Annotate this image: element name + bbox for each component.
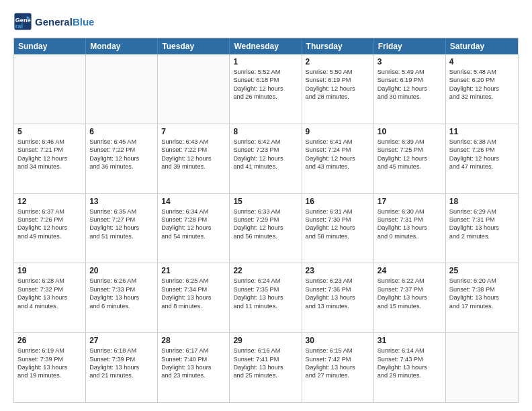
calendar-row-2: 12Sunrise: 6:37 AM Sunset: 7:26 PM Dayli… bbox=[14, 193, 518, 263]
day-number: 19 bbox=[17, 266, 82, 275]
day-number: 16 bbox=[306, 197, 370, 206]
day-info: Sunrise: 6:31 AM Sunset: 7:30 PM Dayligh… bbox=[306, 208, 370, 241]
logo-icon: Gene ral bbox=[13, 12, 32, 31]
day-info: Sunrise: 6:45 AM Sunset: 7:22 PM Dayligh… bbox=[89, 138, 154, 171]
day-number: 7 bbox=[161, 127, 226, 136]
day-cell-25: 25Sunrise: 6:20 AM Sunset: 7:38 PM Dayli… bbox=[446, 263, 518, 332]
day-number: 8 bbox=[233, 127, 298, 136]
day-info: Sunrise: 5:48 AM Sunset: 6:20 PM Dayligh… bbox=[449, 68, 515, 101]
day-info: Sunrise: 6:18 AM Sunset: 7:39 PM Dayligh… bbox=[89, 347, 154, 380]
day-info: Sunrise: 6:38 AM Sunset: 7:26 PM Dayligh… bbox=[449, 138, 515, 171]
day-cell-1: 1Sunrise: 5:52 AM Sunset: 6:18 PM Daylig… bbox=[230, 54, 302, 124]
day-info: Sunrise: 5:52 AM Sunset: 6:18 PM Dayligh… bbox=[233, 68, 298, 101]
day-number: 10 bbox=[378, 127, 442, 136]
day-number: 22 bbox=[233, 266, 298, 275]
day-cell-16: 16Sunrise: 6:31 AM Sunset: 7:30 PM Dayli… bbox=[302, 194, 374, 263]
day-number: 17 bbox=[378, 197, 442, 206]
day-number: 2 bbox=[306, 57, 370, 66]
header: Gene ral GeneralBlue bbox=[13, 12, 519, 31]
day-info: Sunrise: 5:49 AM Sunset: 6:19 PM Dayligh… bbox=[378, 68, 442, 101]
calendar-row-0: 1Sunrise: 5:52 AM Sunset: 6:18 PM Daylig… bbox=[14, 54, 518, 124]
day-number: 9 bbox=[306, 127, 370, 136]
empty-cell-4-6 bbox=[446, 333, 518, 402]
day-info: Sunrise: 6:28 AM Sunset: 7:32 PM Dayligh… bbox=[17, 277, 82, 310]
day-info: Sunrise: 6:15 AM Sunset: 7:42 PM Dayligh… bbox=[306, 347, 370, 380]
day-number: 20 bbox=[89, 266, 154, 275]
day-cell-24: 24Sunrise: 6:22 AM Sunset: 7:37 PM Dayli… bbox=[374, 263, 446, 332]
day-cell-31: 31Sunrise: 6:14 AM Sunset: 7:43 PM Dayli… bbox=[374, 333, 446, 402]
day-info: Sunrise: 6:42 AM Sunset: 7:23 PM Dayligh… bbox=[233, 138, 298, 171]
day-cell-21: 21Sunrise: 6:25 AM Sunset: 7:34 PM Dayli… bbox=[158, 263, 230, 332]
calendar: SundayMondayTuesdayWednesdayThursdayFrid… bbox=[13, 38, 519, 403]
day-cell-11: 11Sunrise: 6:38 AM Sunset: 7:26 PM Dayli… bbox=[446, 124, 518, 193]
page: Gene ral GeneralBlue SundayMondayTuesday… bbox=[0, 0, 532, 411]
empty-cell-0-2 bbox=[158, 54, 230, 124]
day-cell-2: 2Sunrise: 5:50 AM Sunset: 6:19 PM Daylig… bbox=[302, 54, 374, 124]
day-info: Sunrise: 6:33 AM Sunset: 7:29 PM Dayligh… bbox=[233, 208, 298, 241]
day-info: Sunrise: 6:20 AM Sunset: 7:38 PM Dayligh… bbox=[449, 277, 515, 310]
day-info: Sunrise: 6:46 AM Sunset: 7:21 PM Dayligh… bbox=[17, 138, 82, 171]
weekday-header-wednesday: Wednesday bbox=[230, 38, 302, 54]
weekday-header-tuesday: Tuesday bbox=[158, 38, 230, 54]
day-number: 3 bbox=[378, 57, 442, 66]
day-info: Sunrise: 6:14 AM Sunset: 7:43 PM Dayligh… bbox=[378, 347, 442, 380]
day-cell-5: 5Sunrise: 6:46 AM Sunset: 7:21 PM Daylig… bbox=[14, 124, 86, 193]
day-cell-12: 12Sunrise: 6:37 AM Sunset: 7:26 PM Dayli… bbox=[14, 194, 86, 263]
day-number: 1 bbox=[233, 57, 298, 66]
weekday-header-sunday: Sunday bbox=[14, 38, 86, 54]
day-info: Sunrise: 6:23 AM Sunset: 7:36 PM Dayligh… bbox=[306, 277, 370, 310]
day-number: 6 bbox=[89, 127, 154, 136]
day-cell-4: 4Sunrise: 5:48 AM Sunset: 6:20 PM Daylig… bbox=[446, 54, 518, 124]
day-number: 28 bbox=[161, 336, 226, 345]
day-cell-26: 26Sunrise: 6:19 AM Sunset: 7:39 PM Dayli… bbox=[14, 333, 86, 402]
calendar-body: 1Sunrise: 5:52 AM Sunset: 6:18 PM Daylig… bbox=[14, 54, 518, 402]
day-cell-17: 17Sunrise: 6:30 AM Sunset: 7:31 PM Dayli… bbox=[374, 194, 446, 263]
day-info: Sunrise: 6:17 AM Sunset: 7:40 PM Dayligh… bbox=[161, 347, 226, 380]
day-number: 15 bbox=[233, 197, 298, 206]
day-number: 21 bbox=[161, 266, 226, 275]
day-info: Sunrise: 6:34 AM Sunset: 7:28 PM Dayligh… bbox=[161, 208, 226, 241]
day-info: Sunrise: 5:50 AM Sunset: 6:19 PM Dayligh… bbox=[306, 68, 370, 101]
logo-text: GeneralBlue bbox=[35, 16, 94, 28]
day-info: Sunrise: 6:37 AM Sunset: 7:26 PM Dayligh… bbox=[17, 208, 82, 241]
day-cell-10: 10Sunrise: 6:39 AM Sunset: 7:25 PM Dayli… bbox=[374, 124, 446, 193]
calendar-row-3: 19Sunrise: 6:28 AM Sunset: 7:32 PM Dayli… bbox=[14, 263, 518, 332]
day-number: 29 bbox=[233, 336, 298, 345]
calendar-row-1: 5Sunrise: 6:46 AM Sunset: 7:21 PM Daylig… bbox=[14, 124, 518, 193]
day-cell-13: 13Sunrise: 6:35 AM Sunset: 7:27 PM Dayli… bbox=[86, 194, 158, 263]
logo: Gene ral GeneralBlue bbox=[13, 12, 94, 31]
day-number: 27 bbox=[89, 336, 154, 345]
day-number: 31 bbox=[378, 336, 442, 345]
day-number: 4 bbox=[449, 57, 515, 66]
day-info: Sunrise: 6:16 AM Sunset: 7:41 PM Dayligh… bbox=[233, 347, 298, 380]
svg-text:ral: ral bbox=[15, 23, 23, 30]
day-info: Sunrise: 6:19 AM Sunset: 7:39 PM Dayligh… bbox=[17, 347, 82, 380]
weekday-header-thursday: Thursday bbox=[302, 38, 374, 54]
day-cell-30: 30Sunrise: 6:15 AM Sunset: 7:42 PM Dayli… bbox=[302, 333, 374, 402]
weekday-header-saturday: Saturday bbox=[446, 38, 518, 54]
day-cell-22: 22Sunrise: 6:24 AM Sunset: 7:35 PM Dayli… bbox=[230, 263, 302, 332]
day-info: Sunrise: 6:22 AM Sunset: 7:37 PM Dayligh… bbox=[378, 277, 442, 310]
day-number: 11 bbox=[449, 127, 515, 136]
day-number: 23 bbox=[306, 266, 370, 275]
day-cell-29: 29Sunrise: 6:16 AM Sunset: 7:41 PM Dayli… bbox=[230, 333, 302, 402]
day-cell-9: 9Sunrise: 6:41 AM Sunset: 7:24 PM Daylig… bbox=[302, 124, 374, 193]
day-cell-18: 18Sunrise: 6:29 AM Sunset: 7:31 PM Dayli… bbox=[446, 194, 518, 263]
day-info: Sunrise: 6:24 AM Sunset: 7:35 PM Dayligh… bbox=[233, 277, 298, 310]
weekday-header-monday: Monday bbox=[86, 38, 158, 54]
day-number: 25 bbox=[449, 266, 515, 275]
empty-cell-0-0 bbox=[14, 54, 86, 124]
day-info: Sunrise: 6:30 AM Sunset: 7:31 PM Dayligh… bbox=[378, 208, 442, 241]
weekday-header-friday: Friday bbox=[374, 38, 446, 54]
day-info: Sunrise: 6:43 AM Sunset: 7:22 PM Dayligh… bbox=[161, 138, 226, 171]
day-number: 12 bbox=[17, 197, 82, 206]
day-number: 5 bbox=[17, 127, 82, 136]
day-number: 13 bbox=[89, 197, 154, 206]
day-cell-14: 14Sunrise: 6:34 AM Sunset: 7:28 PM Dayli… bbox=[158, 194, 230, 263]
day-cell-8: 8Sunrise: 6:42 AM Sunset: 7:23 PM Daylig… bbox=[230, 124, 302, 193]
day-cell-27: 27Sunrise: 6:18 AM Sunset: 7:39 PM Dayli… bbox=[86, 333, 158, 402]
calendar-header: SundayMondayTuesdayWednesdayThursdayFrid… bbox=[14, 38, 518, 54]
day-cell-3: 3Sunrise: 5:49 AM Sunset: 6:19 PM Daylig… bbox=[374, 54, 446, 124]
day-number: 30 bbox=[306, 336, 370, 345]
calendar-row-4: 26Sunrise: 6:19 AM Sunset: 7:39 PM Dayli… bbox=[14, 332, 518, 402]
